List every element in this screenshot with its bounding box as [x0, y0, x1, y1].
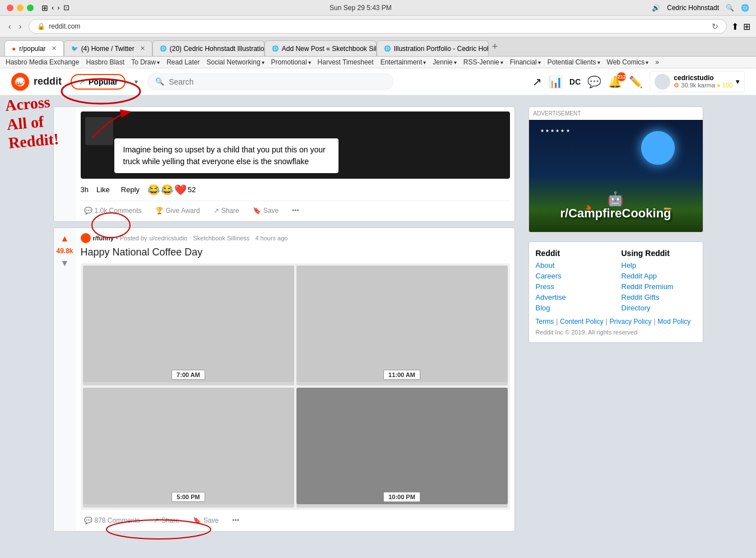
link-about[interactable]: About	[536, 261, 610, 269]
post-title-link[interactable]: Sketchbook Silliness	[189, 232, 253, 244]
os-user: 🔊 Cedric Hohnstadt 🔍 🌐	[652, 4, 749, 12]
user-dropdown-icon[interactable]: ▾	[736, 77, 740, 86]
subreddit-name[interactable]: r/funny	[93, 235, 114, 241]
forward-button[interactable]: ›	[16, 21, 25, 32]
window-controls[interactable]: ⊞ ‹ › ⊡	[7, 3, 69, 12]
bookmark-rss-jennie[interactable]: RSS-Jennie▾	[463, 58, 503, 66]
tab-portfolio[interactable]: 🌐 Illustration Portfolio - Cedric Hohnst…	[377, 40, 489, 56]
tab-close-twitter[interactable]: ✕	[140, 45, 145, 52]
bookmark-hasbro-blast[interactable]: Hasbro Blast	[86, 58, 124, 66]
reddit-main: Imagine being so upset by a child that y…	[42, 106, 715, 537]
link-reddit-gifts[interactable]: Reddit Gifts	[622, 293, 696, 301]
share-browser-icon[interactable]: ⬆	[731, 21, 739, 32]
bookmark-harvest[interactable]: Harvest Timesheet	[318, 58, 374, 66]
like-area: 3h Like Reply 😂 😂 ❤️ 52	[81, 183, 510, 196]
close-dot[interactable]	[7, 4, 13, 11]
bookmarks-bar: Hasbro Media Exchange Hasbro Blast To Dr…	[0, 57, 756, 68]
tab-twitter[interactable]: 🐦 (4) Home / Twitter ✕	[64, 40, 152, 56]
os-datetime: Sun Sep 29 5:43 PM	[330, 4, 392, 12]
ad-image[interactable]: ★ ★ ★ ★ ★ ★ 🤖 🔥 ⛺ r/CampfireCooking	[529, 120, 703, 232]
bookmark-financial[interactable]: Financial▾	[510, 58, 541, 66]
coffee-more-button[interactable]: •••	[229, 514, 243, 527]
bookmark-jennie[interactable]: Jennie▾	[433, 58, 456, 66]
using-col-heading: Using Reddit	[622, 249, 696, 258]
chat-icon[interactable]: 💬	[587, 75, 601, 89]
os-bar: ⊞ ‹ › ⊡ Sun Sep 29 5:43 PM 🔊 Cedric Hohn…	[0, 0, 756, 16]
link-advertise[interactable]: Advertise	[536, 293, 610, 301]
bookmark-to-draw[interactable]: To Draw▾	[131, 58, 160, 66]
reddit-col-heading: Reddit	[536, 249, 610, 258]
partial-post-image: Imagine being so upset by a child that y…	[81, 111, 510, 179]
edit-icon[interactable]: ✏️	[629, 75, 643, 89]
trend-nav-icon[interactable]: ↗	[532, 75, 542, 89]
search-input[interactable]	[169, 77, 385, 86]
link-reddit-app[interactable]: Reddit App	[622, 272, 696, 280]
tab-r-popular[interactable]: ● r/popular ✕	[4, 40, 64, 56]
partial-give-award-button[interactable]: 🏆 Give Award	[152, 204, 203, 217]
reply-button[interactable]: Reply	[118, 183, 143, 196]
partial-more-button[interactable]: •••	[289, 204, 303, 217]
partial-share-button[interactable]: ↗ Share	[210, 204, 243, 217]
bookmark-potential-clients[interactable]: Potential Clients▾	[548, 58, 600, 66]
bookmark-more[interactable]: »	[655, 58, 659, 66]
maximize-dot[interactable]	[27, 4, 34, 11]
partial-save-button[interactable]: 🔖 Save	[249, 204, 282, 217]
bookmark-social[interactable]: Social Networking▾	[207, 58, 265, 66]
dc-icon[interactable]: DC	[569, 77, 581, 86]
minimize-dot[interactable]	[17, 4, 24, 11]
add-tab-icon[interactable]: ⊞	[743, 21, 750, 32]
popular-pill[interactable]: ↗ Popular	[71, 74, 126, 90]
footer-legal-links: Terms | Content Policy | Privacy Policy …	[536, 318, 696, 326]
link-directory[interactable]: Directory	[622, 304, 696, 312]
coffee-comments-button[interactable]: 💬 878 Comments	[81, 514, 143, 527]
reddit-logo[interactable]: reddit	[11, 73, 62, 91]
content-policy-link[interactable]: Content Policy	[560, 318, 603, 326]
search-bar[interactable]: 🔍	[147, 73, 393, 90]
panel-time-3: 5:00 PM	[171, 492, 205, 502]
notification-bell[interactable]: 🔔 212	[608, 75, 622, 89]
link-blog[interactable]: Blog	[536, 304, 610, 312]
comic-panel-1: 7:00 AM	[83, 266, 294, 385]
terms-link[interactable]: Terms	[536, 318, 554, 326]
user-menu[interactable]: cedricstudio ⚙ 30.9k karma ● 100 ▾	[650, 71, 745, 92]
popular-label: Popular	[89, 77, 118, 86]
partial-comments-button[interactable]: 💬 1.0k Comments	[81, 204, 145, 217]
coffee-share-button[interactable]: ↗ Share	[150, 514, 183, 527]
bookmark-hasbro-media[interactable]: Hasbro Media Exchange	[6, 58, 79, 66]
downvote-button[interactable]: ▼	[59, 257, 71, 269]
upvote-button[interactable]: ▲	[59, 232, 71, 245]
popular-dropdown[interactable]: ▾	[134, 78, 138, 86]
nav-buttons[interactable]: ‹ ›	[6, 21, 24, 32]
chart-icon[interactable]: 📊	[549, 75, 563, 89]
coffee-post-card: ▲ 49.8k ▼ r/funny • Posted by u/cedricst…	[53, 227, 515, 532]
browser-actions[interactable]: ⬆ ⊞	[731, 21, 750, 32]
footer-cols: Reddit About Careers Press Advertise Blo…	[536, 249, 696, 312]
link-reddit-premium[interactable]: Reddit Premium	[622, 282, 696, 291]
bookmark-promotional[interactable]: Promotional▾	[271, 58, 311, 66]
reload-button[interactable]: ↻	[712, 22, 718, 31]
bookmark-entertainment[interactable]: Entertainment▾	[381, 58, 426, 66]
coffee-save-button[interactable]: 🔖 Save	[189, 514, 222, 527]
link-careers[interactable]: Careers	[536, 272, 610, 280]
mod-policy-link[interactable]: Mod Policy	[658, 318, 691, 326]
new-tab-button[interactable]: +	[489, 41, 502, 53]
feed: Imagine being so upset by a child that y…	[53, 106, 515, 537]
bookmark-read-later[interactable]: Read Later	[166, 58, 200, 66]
post-author[interactable]: u/cedricstudio	[150, 235, 188, 241]
browser-toolbar: ‹ › 🔒 reddit.com ↻ ⬆ ⊞	[0, 16, 756, 38]
tab-close-popular[interactable]: ✕	[52, 45, 57, 52]
privacy-policy-link[interactable]: Privacy Policy	[610, 318, 652, 326]
link-help[interactable]: Help	[622, 261, 696, 269]
trend-icon: ↗	[78, 77, 85, 86]
partial-post-vote	[54, 107, 76, 221]
tab-cedric-home[interactable]: 🌐 (20) Cedric Hohnstadt Illustration - H…	[152, 40, 265, 56]
back-button[interactable]: ‹	[6, 21, 14, 32]
tab-add-post[interactable]: 🌐 Add New Post « Sketchbook Silliness — …	[265, 40, 377, 56]
user-avatar	[655, 74, 670, 90]
partial-post-actions: 💬 1.0k Comments 🏆 Give Award ↗ Share 🔖 S…	[81, 201, 510, 217]
bookmark-web-comics[interactable]: Web Comics▾	[607, 58, 649, 66]
link-press[interactable]: Press	[536, 282, 610, 291]
like-button[interactable]: Like	[93, 183, 113, 196]
address-bar[interactable]: 🔒 reddit.com ↻	[29, 19, 727, 34]
reddit-icon	[11, 73, 29, 91]
